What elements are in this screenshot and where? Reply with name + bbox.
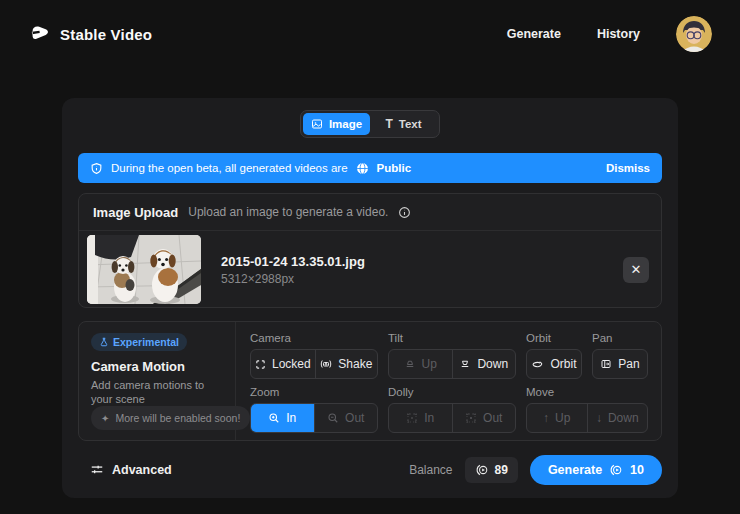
pan-icon (600, 358, 612, 370)
control-group-zoom: Zoom In (250, 386, 378, 433)
globe-icon (356, 162, 369, 175)
generate-cost: 10 (630, 463, 644, 477)
generate-button[interactable]: Generate 10 (530, 455, 662, 485)
arrow-down-icon: ↓ (596, 412, 602, 424)
text-icon: T (385, 118, 392, 130)
remove-image-button[interactable]: ✕ (623, 257, 649, 283)
zoom-out-button[interactable]: Out (314, 404, 378, 432)
file-name: 2015-01-24 13.35.01.jpg (221, 254, 623, 269)
mode-toggle: Image T Text (300, 110, 440, 138)
uploaded-image-thumbnail (87, 235, 201, 304)
dolly-in-icon (406, 412, 418, 424)
shield-info-icon (90, 162, 103, 175)
zoom-out-icon (327, 412, 339, 424)
image-upload-section: Image Upload Upload an image to generate… (78, 193, 662, 308)
header-nav: Generate History (507, 16, 712, 52)
app-title: Stable Video (60, 26, 152, 43)
camera-controls: Camera Locked (236, 322, 662, 440)
sliders-icon (90, 463, 104, 477)
beta-banner: During the open beta, all generated vide… (78, 153, 662, 183)
upload-header: Image Upload Upload an image to generate… (79, 194, 661, 231)
frame-corners-icon (255, 359, 266, 370)
control-group-move: Move ↑ Up ↓ Down (526, 386, 648, 433)
flask-icon (99, 337, 109, 347)
dolly-out-icon (465, 412, 477, 424)
zoom-in-icon (268, 412, 280, 424)
uploaded-file-row: 2015-01-24 13.35.01.jpg 5312×2988px ✕ (79, 231, 661, 308)
camera-motion-title: Camera Motion (91, 359, 223, 374)
info-icon[interactable] (398, 206, 411, 219)
credits-icon (609, 463, 623, 477)
move-up-button[interactable]: ↑ Up (527, 404, 587, 432)
camera-locked-button[interactable]: Locked (251, 350, 315, 378)
coming-soon-note: ✦ More will be enabled soon! (91, 406, 250, 430)
tab-image[interactable]: Image (303, 113, 370, 135)
camera-motion-section: Experimental Camera Motion Add camera mo… (78, 321, 662, 441)
credits-icon (475, 463, 489, 477)
image-icon (311, 118, 323, 130)
balance-badge: 89 (465, 457, 518, 483)
tab-text[interactable]: T Text (370, 113, 437, 135)
zoom-in-button[interactable]: In (251, 404, 314, 432)
nav-generate[interactable]: Generate (507, 27, 561, 41)
header: Stable Video Generate History (0, 0, 740, 68)
upload-subtitle: Upload an image to generate a video. (188, 205, 388, 219)
camera-shake-button[interactable]: Shake (315, 350, 377, 378)
control-group-orbit: Orbit Orbit (526, 332, 582, 379)
pan-button[interactable]: Pan (593, 350, 647, 378)
public-label: Public (377, 162, 412, 174)
control-group-camera: Camera Locked (250, 332, 378, 379)
nav-history[interactable]: History (597, 27, 640, 41)
advanced-button[interactable]: Advanced (78, 463, 180, 477)
arrow-up-icon: ↑ (543, 412, 549, 424)
control-group-tilt: Tilt Up (388, 332, 516, 379)
balance-value: 89 (495, 463, 508, 477)
tilt-up-icon (404, 358, 416, 370)
file-meta: 2015-01-24 13.35.01.jpg 5312×2988px (221, 254, 623, 286)
dismiss-button[interactable]: Dismiss (606, 162, 650, 174)
brand: Stable Video (28, 23, 152, 45)
banner-text: During the open beta, all generated vide… (111, 162, 348, 174)
upload-title: Image Upload (93, 205, 178, 220)
tilt-up-button[interactable]: Up (389, 350, 452, 378)
control-group-pan: Pan Pan (592, 332, 648, 379)
tilt-down-icon (459, 358, 471, 370)
stable-video-logo-icon (28, 23, 50, 45)
dolly-in-button[interactable]: In (389, 404, 452, 432)
control-group-dolly: Dolly In (388, 386, 516, 433)
avatar[interactable] (676, 16, 712, 52)
experimental-badge: Experimental (91, 333, 187, 351)
orbit-button[interactable]: Orbit (527, 350, 581, 378)
close-icon: ✕ (631, 262, 642, 277)
camera-motion-info: Experimental Camera Motion Add camera mo… (79, 322, 236, 440)
orbit-icon (531, 358, 544, 371)
camera-motion-description: Add camera motions to your scene (91, 379, 223, 407)
tilt-down-button[interactable]: Down (452, 350, 516, 378)
card-footer: Advanced Balance 89 Generate (78, 455, 662, 485)
move-down-button[interactable]: ↓ Down (587, 404, 648, 432)
file-dimensions: 5312×2988px (221, 272, 623, 286)
main-card: Image T Text During the open beta, all g… (62, 98, 678, 498)
dolly-out-button[interactable]: Out (452, 404, 516, 432)
camera-shake-icon (320, 358, 332, 370)
sparkle-icon: ✦ (101, 413, 109, 424)
balance-label: Balance (409, 463, 452, 477)
